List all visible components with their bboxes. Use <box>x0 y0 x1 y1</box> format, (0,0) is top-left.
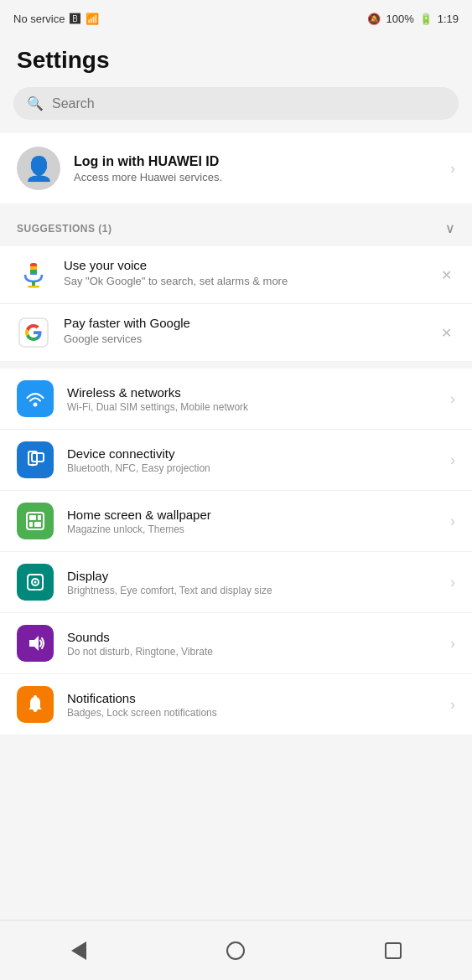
display-icon <box>24 571 46 593</box>
recents-button[interactable] <box>376 934 410 967</box>
suggestion-item-google[interactable]: Pay faster with Google Google services ✕ <box>0 304 472 362</box>
settings-item-wireless[interactable]: Wireless & networks Wi-Fi, Dual SIM sett… <box>0 369 472 430</box>
suggestion-google-title: Pay faster with Google <box>64 316 424 330</box>
suggestion-voice-subtitle: Say "Ok Google" to search, set alarms & … <box>64 274 424 289</box>
display-title: Display <box>67 569 437 583</box>
settings-list: Wireless & networks Wi-Fi, Dual SIM sett… <box>0 369 472 735</box>
svg-point-8 <box>34 403 38 407</box>
svg-rect-14 <box>38 515 41 520</box>
notifications-chevron-icon: › <box>450 696 455 714</box>
connectivity-icon-box <box>17 441 54 478</box>
suggestions-label: SUGGESTIONS (1) <box>17 223 112 235</box>
homescreen-subtitle: Magazine unlock, Themes <box>67 524 437 535</box>
dismiss-google-button[interactable]: ✕ <box>438 322 455 344</box>
avatar-icon: 👤 <box>24 155 54 183</box>
wireless-title: Wireless & networks <box>67 385 437 400</box>
back-icon <box>71 941 86 960</box>
settings-item-notifications[interactable]: Notifications Badges, Lock screen notifi… <box>0 674 472 735</box>
recents-icon <box>385 942 402 959</box>
time-text: 1:19 <box>438 13 459 25</box>
login-chevron-icon: › <box>450 160 455 178</box>
sounds-subtitle: Do not disturb, Ringtone, Vibrate <box>67 646 437 658</box>
notifications-icon <box>24 694 46 715</box>
back-button[interactable] <box>62 934 96 967</box>
suggestions-collapse-icon[interactable]: ∨ <box>445 220 455 236</box>
google-g-icon <box>18 317 49 348</box>
svg-rect-16 <box>34 522 41 527</box>
settings-item-connectivity[interactable]: Device connectivity Bluetooth, NFC, Easy… <box>0 430 472 491</box>
sim-icon: 🅱 <box>70 13 80 25</box>
battery-text: 100% <box>386 13 413 25</box>
homescreen-icon-box <box>17 503 54 539</box>
search-icon: 🔍 <box>27 95 44 111</box>
alarm-icon: 🔕 <box>367 13 381 25</box>
status-bar: No service 🅱 📶 🔕 100% 🔋 1:19 <box>0 0 472 37</box>
display-icon-box <box>17 564 54 601</box>
svg-rect-4 <box>30 266 37 270</box>
connectivity-subtitle: Bluetooth, NFC, Easy projection <box>67 462 437 474</box>
svg-marker-20 <box>29 636 39 651</box>
svg-point-19 <box>34 581 37 584</box>
notifications-icon-box <box>17 686 54 723</box>
login-text-block: Log in with HUAWEI ID Access more Huawei… <box>74 154 437 183</box>
no-service-text: No service <box>13 13 65 25</box>
settings-item-homescreen[interactable]: Home screen & wallpaper Magazine unlock,… <box>0 491 472 552</box>
mic-icon-wrap <box>17 258 50 291</box>
svg-rect-2 <box>28 286 39 288</box>
suggestions-section: SUGGESTIONS (1) ∨ Use your voice Say "Ok… <box>0 210 472 362</box>
wireless-icon-box <box>17 380 54 417</box>
svg-rect-13 <box>29 515 36 520</box>
suggestion-voice-text: Use your voice Say "Ok Google" to search… <box>64 258 424 289</box>
page-title: Settings <box>17 47 455 74</box>
svg-rect-3 <box>30 263 37 266</box>
svg-point-11 <box>32 464 34 467</box>
suggestion-voice-title: Use your voice <box>64 258 424 272</box>
wifi-settings-icon <box>24 388 46 410</box>
status-right: 🔕 100% 🔋 1:19 <box>367 13 459 25</box>
google-mic-icon <box>18 260 49 290</box>
home-button[interactable] <box>219 934 252 967</box>
avatar: 👤 <box>17 147 60 190</box>
notifications-title: Notifications <box>67 691 437 705</box>
battery-icon: 🔋 <box>419 13 433 25</box>
search-bar[interactable]: 🔍 <box>13 87 459 120</box>
svg-rect-21 <box>34 695 37 698</box>
search-input[interactable] <box>52 96 445 111</box>
bottom-nav <box>0 920 472 980</box>
sounds-icon <box>24 632 46 654</box>
svg-rect-5 <box>30 270 37 273</box>
suggestions-header: SUGGESTIONS (1) ∨ <box>0 210 472 246</box>
sounds-chevron-icon: › <box>450 635 455 652</box>
connectivity-text: Device connectivity Bluetooth, NFC, Easy… <box>67 446 437 474</box>
display-chevron-icon: › <box>450 574 455 591</box>
svg-rect-6 <box>30 273 37 275</box>
connectivity-icon <box>24 449 46 471</box>
home-icon <box>226 941 245 960</box>
svg-rect-1 <box>32 281 35 286</box>
sounds-text: Sounds Do not disturb, Ringtone, Vibrate <box>67 630 437 658</box>
wireless-chevron-icon: › <box>450 390 455 408</box>
notifications-text: Notifications Badges, Lock screen notifi… <box>67 691 437 719</box>
sounds-icon-box <box>17 625 54 662</box>
display-text: Display Brightness, Eye comfort, Text an… <box>67 569 437 596</box>
suggestion-google-text: Pay faster with Google Google services <box>64 316 424 347</box>
svg-rect-15 <box>29 522 33 527</box>
login-card[interactable]: 👤 Log in with HUAWEI ID Access more Huaw… <box>0 133 472 204</box>
dismiss-voice-button[interactable]: ✕ <box>438 264 455 286</box>
login-title: Log in with HUAWEI ID <box>74 154 437 169</box>
connectivity-chevron-icon: › <box>450 451 455 469</box>
display-subtitle: Brightness, Eye comfort, Text and displa… <box>67 585 437 596</box>
settings-item-display[interactable]: Display Brightness, Eye comfort, Text an… <box>0 552 472 613</box>
homescreen-title: Home screen & wallpaper <box>67 508 437 522</box>
search-container: 🔍 <box>0 87 472 133</box>
status-left: No service 🅱 📶 <box>13 13 99 25</box>
homescreen-icon <box>24 510 46 532</box>
wifi-icon: 📶 <box>86 13 99 25</box>
google-icon-wrap <box>17 316 50 349</box>
page-header: Settings <box>0 37 472 87</box>
suggestion-item-voice[interactable]: Use your voice Say "Ok Google" to search… <box>0 246 472 304</box>
homescreen-chevron-icon: › <box>450 513 455 530</box>
settings-item-sounds[interactable]: Sounds Do not disturb, Ringtone, Vibrate… <box>0 613 472 674</box>
wireless-subtitle: Wi-Fi, Dual SIM settings, Mobile network <box>67 401 437 413</box>
suggestion-google-subtitle: Google services <box>64 332 424 347</box>
